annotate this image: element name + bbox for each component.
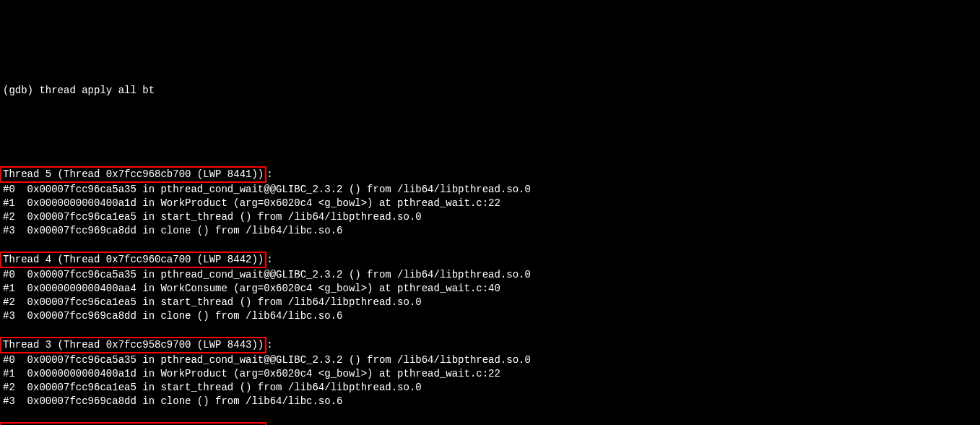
highlight-box: Thread 2 (Thread 0x7fcc950c8700 (LWP 844… [0,422,266,425]
thread-header-colon: : [266,339,272,351]
blank-line [3,323,977,337]
thread-header: Thread 5 (Thread 0x7fcc968cb700 (LWP 844… [3,166,977,183]
stack-frame: #0 0x00007fcc96ca5a35 in pthread_cond_wa… [3,183,977,197]
blank-line [3,238,977,252]
threads-container: Thread 5 (Thread 0x7fcc968cb700 (LWP 844… [3,166,977,425]
stack-frame: #0 0x00007fcc96ca5a35 in pthread_cond_wa… [3,268,977,282]
terminal-output[interactable]: (gdb) thread apply all bt Thread 5 (Thre… [0,55,980,425]
thread-header: Thread 2 (Thread 0x7fcc950c8700 (LWP 844… [3,422,977,425]
highlight-box: Thread 3 (Thread 0x7fcc958c9700 (LWP 844… [0,337,266,353]
stack-frame: #3 0x00007fcc969ca8dd in clone () from /… [3,395,977,408]
highlight-box: Thread 4 (Thread 0x7fcc960ca700 (LWP 844… [0,252,266,268]
stack-frame: #3 0x00007fcc969ca8dd in clone () from /… [3,309,977,323]
stack-frame: #3 0x00007fcc969ca8dd in clone () from /… [3,224,977,238]
stack-frame: #1 0x0000000000400a1d in WorkProduct (ar… [3,367,977,381]
gdb-command-line: (gdb) thread apply all bt [3,84,977,98]
thread-header: Thread 4 (Thread 0x7fcc960ca700 (LWP 844… [3,252,977,268]
stack-frame: #2 0x00007fcc96ca1ea5 in start_thread ()… [3,296,977,309]
thread-header: Thread 3 (Thread 0x7fcc958c9700 (LWP 844… [3,337,977,353]
stack-frame: #1 0x0000000000400aa4 in WorkConsume (ar… [3,282,977,296]
stack-frame: #1 0x0000000000400a1d in WorkProduct (ar… [3,197,977,210]
stack-frame: #0 0x00007fcc96ca5a35 in pthread_cond_wa… [3,353,977,367]
thread-header-colon: : [266,254,272,265]
highlight-box: Thread 5 (Thread 0x7fcc968cb700 (LWP 844… [0,166,266,183]
blank-line [3,408,977,422]
stack-frame: #2 0x00007fcc96ca1ea5 in start_thread ()… [3,210,977,224]
stack-frame: #2 0x00007fcc96ca1ea5 in start_thread ()… [3,381,977,395]
blank-line [3,125,977,139]
thread-header-colon: : [266,168,272,180]
